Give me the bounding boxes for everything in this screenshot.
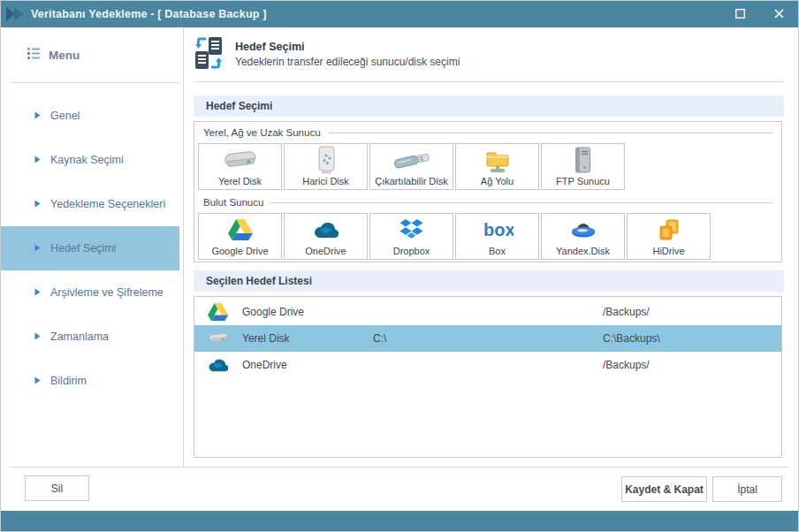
target-type-button[interactable]: Yandex.Disk <box>541 213 625 260</box>
target-type-button[interactable]: Yerel Disk <box>198 143 282 190</box>
target-type-button[interactable]: Dropbox <box>369 213 453 260</box>
window: Veritabanı Yedekleme - [ Database Backup… <box>0 0 799 532</box>
onedrive-icon <box>194 358 242 372</box>
target-type-label: Google Drive <box>211 246 268 256</box>
group-local-network: Yerel, Ağ ve Uzak Sunucu <box>203 127 772 138</box>
close-icon <box>774 6 784 22</box>
sidebar-item[interactable]: Zamanlama <box>1 315 183 359</box>
local-disk-icon <box>194 331 242 346</box>
delete-button[interactable]: Sil <box>25 475 89 501</box>
yandex-disk-icon <box>570 214 597 246</box>
transfer-docs-icon <box>194 36 224 73</box>
sidebar-item[interactable]: Yedekleme Seçenekleri <box>1 182 183 226</box>
arrow-right-icon <box>34 242 41 255</box>
target-type-label: Yerel Disk <box>218 176 262 186</box>
arrow-right-icon <box>34 154 41 166</box>
cloud-buttons: Google Drive OneDrive Dropbox box Box Ya… <box>198 213 778 260</box>
sidebar-item-label: Hedef Seçimi <box>50 242 116 255</box>
sidebar-item[interactable]: Genel <box>1 94 183 138</box>
menu-header: Menu <box>1 27 183 82</box>
target-type-label: Yandex.Disk <box>556 246 610 256</box>
target-type-button[interactable]: Harici Disk <box>284 143 368 190</box>
target-path: /Backups/ <box>603 359 781 371</box>
window-title: Veritabanı Yedekleme - [ Database Backup… <box>31 8 267 20</box>
sidebar-item-label: Genel <box>50 110 80 122</box>
target-type-button[interactable]: Ağ Yolu <box>455 143 539 190</box>
target-type-button[interactable]: FTP Sunucu <box>541 143 625 190</box>
bottom-status-bar <box>1 511 798 531</box>
sidebar-item-label: Bildirim <box>50 375 87 387</box>
sidebar-item[interactable]: Arşivleme ve Şifreleme <box>1 270 183 315</box>
section-header-selected-list: Seçilen Hedef Listesi <box>194 270 784 292</box>
selected-target-list: Google Drive /Backups/ Yerel Disk C:\ C:… <box>194 296 782 458</box>
target-type-label: Dropbox <box>393 246 430 256</box>
page-title: Hedef Seçimi <box>235 41 460 53</box>
target-type-button[interactable]: box Box <box>455 213 539 260</box>
target-type-label: FTP Sunucu <box>556 176 610 186</box>
target-type-button[interactable]: Çıkartılabilir Disk <box>369 143 453 190</box>
sidebar-item-label: Kaynak Seçimi <box>50 154 124 166</box>
target-source: C:\ <box>373 332 603 345</box>
content-area: Hedef Seçimi Yedeklerin transfer edilece… <box>194 27 784 458</box>
onedrive-icon <box>313 214 339 246</box>
fast-forward-icon <box>5 6 25 22</box>
target-type-label: Ağ Yolu <box>481 176 514 186</box>
group-divider-line <box>271 202 772 203</box>
local-network-buttons: Yerel Disk Harici Disk Çıkartılabilir Di… <box>198 143 778 190</box>
local-disk-icon <box>223 144 258 176</box>
target-list-row[interactable]: Yerel Disk C:\ C:\Backups\ <box>194 325 781 352</box>
target-groupbox: Yerel, Ağ ve Uzak Sunucu Yerel Disk Hari… <box>194 121 782 262</box>
sidebar-item-label: Arşivleme ve Şifreleme <box>50 286 164 299</box>
title-bar: Veritabanı Yedekleme - [ Database Backup… <box>1 1 798 27</box>
sidebar-menu: Genel Kaynak Seçimi Yedekleme Seçenekler… <box>1 94 183 403</box>
sidebar: Menu Genel Kaynak Seçimi Yedekleme Seçen… <box>1 27 184 467</box>
page-subtitle: Yedeklerin transfer edileceği sunucu/dis… <box>235 56 460 68</box>
menu-header-label: Menu <box>49 49 80 62</box>
target-type-label: OneDrive <box>305 246 346 256</box>
target-type-label: Box <box>489 246 506 256</box>
target-name: Google Drive <box>242 306 373 318</box>
target-path: /Backups/ <box>603 306 781 318</box>
target-type-button[interactable]: Google Drive <box>198 213 282 260</box>
sidebar-item[interactable]: Bildirim <box>1 359 183 403</box>
target-list-row[interactable]: OneDrive /Backups/ <box>194 352 781 378</box>
svg-text:box: box <box>483 220 514 239</box>
dropbox-icon <box>400 214 423 246</box>
target-type-label: HiDrive <box>652 246 684 256</box>
network-folder-icon <box>484 144 511 176</box>
maximize-button[interactable] <box>720 1 759 27</box>
google-drive-icon <box>228 214 253 246</box>
section-header-target: Hedef Seçimi <box>194 95 784 117</box>
footer-divider <box>10 467 789 467</box>
close-button[interactable] <box>759 1 798 27</box>
group-cloud: Bulut Sunucu <box>203 197 772 208</box>
sidebar-item-label: Zamanlama <box>50 331 109 343</box>
save-close-button[interactable]: Kaydet & Kapat <box>621 476 707 502</box>
group-label-local-network: Yerel, Ağ ve Uzak Sunucu <box>203 127 321 138</box>
maximize-icon <box>735 6 745 22</box>
target-name: OneDrive <box>242 359 373 371</box>
sidebar-item[interactable]: Kaynak Seçimi <box>1 138 183 182</box>
google-drive-icon <box>194 303 242 321</box>
removable-disk-icon <box>392 144 432 176</box>
sidebar-item-label: Yedekleme Seçenekleri <box>50 198 165 210</box>
arrow-right-icon <box>34 198 41 210</box>
cancel-button[interactable]: İptal <box>712 476 782 502</box>
group-label-cloud: Bulut Sunucu <box>203 197 263 208</box>
hidrive-icon <box>658 214 681 246</box>
arrow-right-icon <box>34 331 41 343</box>
target-type-button[interactable]: HiDrive <box>627 213 711 260</box>
external-disk-icon <box>316 144 337 176</box>
group-divider-line <box>329 133 772 133</box>
menu-divider <box>10 82 180 83</box>
arrow-right-icon <box>34 375 41 387</box>
target-path: C:\Backups\ <box>603 332 781 345</box>
sidebar-item[interactable]: Hedef Seçimi <box>1 226 179 270</box>
target-list-row[interactable]: Google Drive /Backups/ <box>194 299 781 325</box>
target-type-label: Çıkartılabilir Disk <box>375 176 448 186</box>
target-name: Yerel Disk <box>242 332 373 345</box>
target-type-button[interactable]: OneDrive <box>284 213 368 260</box>
arrow-right-icon <box>34 286 41 299</box>
ftp-server-icon <box>575 144 591 176</box>
page-header: Hedef Seçimi Yedeklerin transfer edilece… <box>194 27 784 82</box>
